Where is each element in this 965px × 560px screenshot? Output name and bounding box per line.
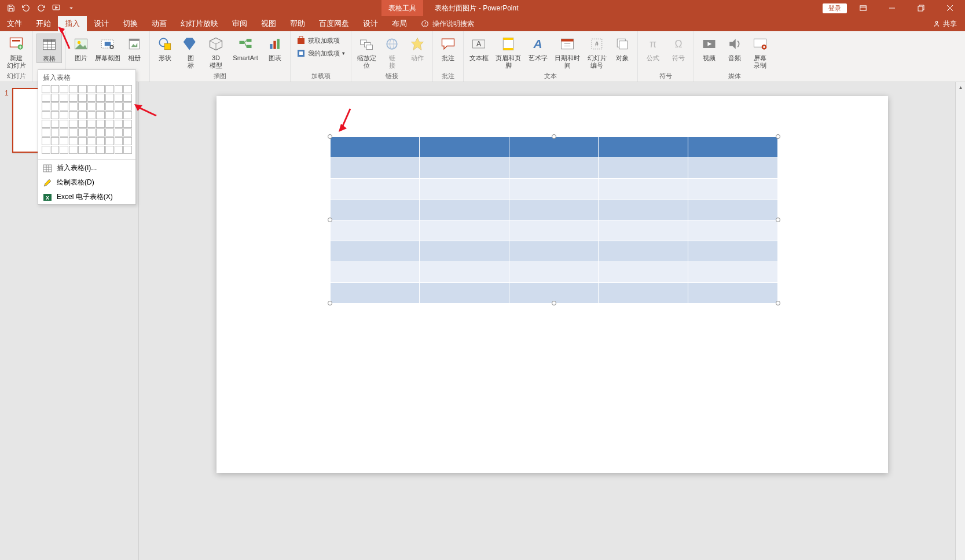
grid-cell[interactable] bbox=[123, 85, 132, 93]
tab-view[interactable]: 视图 bbox=[254, 16, 283, 31]
slide-editor-area[interactable] bbox=[139, 82, 965, 560]
grid-cell[interactable] bbox=[42, 102, 50, 110]
inserted-table[interactable] bbox=[330, 137, 778, 304]
selection-handle[interactable] bbox=[552, 134, 556, 139]
grid-cell[interactable] bbox=[51, 94, 60, 102]
tell-me-search[interactable]: 操作说明搜索 bbox=[421, 16, 474, 31]
grid-cell[interactable] bbox=[105, 85, 114, 93]
grid-cell[interactable] bbox=[115, 111, 123, 119]
grid-cell[interactable] bbox=[96, 137, 105, 145]
grid-cell[interactable] bbox=[87, 111, 96, 119]
grid-cell[interactable] bbox=[115, 120, 123, 128]
slide-canvas[interactable] bbox=[217, 96, 888, 473]
grid-cell[interactable] bbox=[69, 137, 78, 145]
grid-cell[interactable] bbox=[105, 146, 114, 154]
grid-cell[interactable] bbox=[69, 128, 78, 137]
grid-cell[interactable] bbox=[105, 94, 114, 102]
selection-handle[interactable] bbox=[776, 301, 780, 305]
selection-handle[interactable] bbox=[328, 218, 332, 222]
my-addins-button[interactable]: 我的加载项 ▾ bbox=[294, 47, 347, 59]
grid-cell[interactable] bbox=[96, 111, 105, 119]
ribbon-display-options-button[interactable] bbox=[850, 0, 876, 16]
wordart-button[interactable]: A 艺术字 bbox=[526, 34, 549, 62]
selection-handle[interactable] bbox=[552, 301, 556, 305]
grid-cell[interactable] bbox=[96, 102, 105, 110]
grid-cell[interactable] bbox=[87, 128, 96, 137]
grid-cell[interactable] bbox=[123, 120, 132, 128]
grid-cell[interactable] bbox=[78, 85, 87, 93]
grid-cell[interactable] bbox=[87, 102, 96, 110]
redo-button[interactable] bbox=[35, 2, 47, 14]
grid-cell[interactable] bbox=[60, 85, 68, 93]
grid-cell[interactable] bbox=[51, 120, 60, 128]
grid-cell[interactable] bbox=[51, 102, 60, 110]
grid-cell[interactable] bbox=[96, 85, 105, 93]
tab-transitions[interactable]: 切换 bbox=[116, 16, 145, 31]
screen-recording-button[interactable]: 屏幕 录制 bbox=[748, 34, 772, 69]
grid-cell[interactable] bbox=[69, 120, 78, 128]
grid-cell[interactable] bbox=[115, 146, 123, 154]
undo-button[interactable] bbox=[20, 2, 32, 14]
grid-cell[interactable] bbox=[69, 102, 78, 110]
grid-cell[interactable] bbox=[87, 146, 96, 154]
grid-cell[interactable] bbox=[115, 128, 123, 137]
icons-button[interactable]: 图 标 bbox=[179, 34, 202, 69]
tab-slideshow[interactable]: 幻灯片放映 bbox=[174, 16, 225, 31]
tab-animations[interactable]: 动画 bbox=[145, 16, 174, 31]
grid-cell[interactable] bbox=[105, 137, 114, 145]
equation-button[interactable]: π 公式 bbox=[641, 34, 665, 62]
table-size-grid[interactable] bbox=[38, 85, 135, 158]
selection-handle[interactable] bbox=[328, 134, 332, 139]
smartart-button[interactable]: SmartArt bbox=[230, 34, 261, 62]
tab-home[interactable]: 开始 bbox=[29, 16, 58, 31]
qat-customize-button[interactable] bbox=[65, 2, 78, 14]
grid-cell[interactable] bbox=[60, 137, 68, 145]
grid-cell[interactable] bbox=[115, 85, 123, 93]
grid-cell[interactable] bbox=[123, 102, 132, 110]
selection-handle[interactable] bbox=[776, 218, 780, 222]
grid-cell[interactable] bbox=[42, 128, 50, 137]
grid-cell[interactable] bbox=[78, 111, 87, 119]
grid-cell[interactable] bbox=[69, 94, 78, 102]
grid-cell[interactable] bbox=[96, 146, 105, 154]
zoom-button[interactable]: 缩放定 位 bbox=[355, 34, 378, 69]
start-from-beginning-button[interactable] bbox=[50, 2, 63, 14]
grid-cell[interactable] bbox=[78, 146, 87, 154]
tab-table-layout[interactable]: 布局 bbox=[385, 16, 414, 31]
get-addins-button[interactable]: 获取加载项 bbox=[294, 35, 347, 46]
grid-cell[interactable] bbox=[105, 111, 114, 119]
shapes-button[interactable]: 形状 bbox=[153, 34, 177, 62]
maximize-button[interactable] bbox=[908, 0, 934, 16]
grid-cell[interactable] bbox=[123, 128, 132, 137]
grid-cell[interactable] bbox=[60, 94, 68, 102]
grid-cell[interactable] bbox=[115, 94, 123, 102]
grid-cell[interactable] bbox=[69, 146, 78, 154]
insert-table-menu-item[interactable]: 插入表格(I)... bbox=[38, 161, 135, 175]
grid-cell[interactable] bbox=[42, 137, 50, 145]
share-button[interactable]: 共享 bbox=[924, 16, 965, 31]
grid-cell[interactable] bbox=[42, 146, 50, 154]
grid-cell[interactable] bbox=[105, 102, 114, 110]
tab-table-design[interactable]: 设计 bbox=[356, 16, 385, 31]
action-button[interactable]: 动作 bbox=[406, 34, 429, 62]
grid-cell[interactable] bbox=[60, 120, 68, 128]
grid-cell[interactable] bbox=[78, 102, 87, 110]
grid-cell[interactable] bbox=[105, 120, 114, 128]
grid-cell[interactable] bbox=[42, 94, 50, 102]
grid-cell[interactable] bbox=[78, 128, 87, 137]
grid-cell[interactable] bbox=[96, 94, 105, 102]
grid-cell[interactable] bbox=[42, 85, 50, 93]
grid-cell[interactable] bbox=[51, 128, 60, 137]
tab-review[interactable]: 审阅 bbox=[225, 16, 254, 31]
new-slide-button[interactable]: 新建 幻灯片 bbox=[3, 34, 29, 69]
grid-cell[interactable] bbox=[96, 120, 105, 128]
grid-cell[interactable] bbox=[123, 94, 132, 102]
grid-cell[interactable] bbox=[78, 120, 87, 128]
grid-cell[interactable] bbox=[60, 146, 68, 154]
scroll-up-icon[interactable]: ▴ bbox=[956, 82, 965, 92]
grid-cell[interactable] bbox=[60, 128, 68, 137]
slide-number-button[interactable]: # 幻灯片 编号 bbox=[585, 34, 608, 69]
grid-cell[interactable] bbox=[87, 137, 96, 145]
grid-cell[interactable] bbox=[51, 137, 60, 145]
grid-cell[interactable] bbox=[78, 137, 87, 145]
